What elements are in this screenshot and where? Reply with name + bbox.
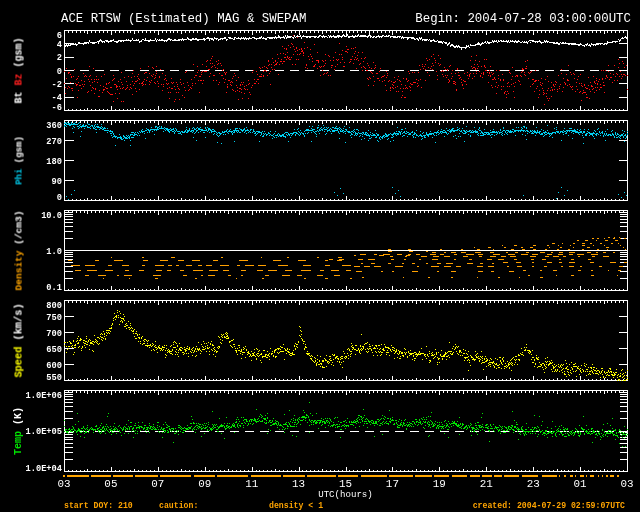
svg-text:600: 600 [46,361,62,371]
svg-text:Speed (km/s): Speed (km/s) [12,303,24,377]
svg-text:density < 1: density < 1 [269,501,323,510]
svg-text:2: 2 [57,53,62,63]
svg-text:0: 0 [57,67,62,77]
svg-text:-2: -2 [52,80,62,90]
svg-text:Density (/cm3): Density (/cm3) [13,211,24,291]
svg-text:start DOY: 210: start DOY: 210 [64,501,133,510]
svg-text:09: 09 [198,478,211,490]
svg-text:11: 11 [245,478,259,490]
svg-text:Bt Bz (gsm): Bt Bz (gsm) [13,37,24,103]
svg-text:1.0E+05: 1.0E+05 [26,427,63,437]
svg-text:180: 180 [46,157,62,167]
svg-text:05: 05 [104,478,117,490]
svg-text:19: 19 [433,478,446,490]
svg-text:17: 17 [386,478,399,490]
svg-text:800: 800 [46,301,62,311]
svg-text:1.0E+04: 1.0E+04 [26,464,63,474]
svg-text:270: 270 [46,137,62,147]
svg-text:10.0: 10.0 [41,211,62,221]
svg-text:360: 360 [46,121,62,131]
svg-text:Temp (K): Temp (K) [13,407,24,455]
svg-text:21: 21 [480,478,494,490]
svg-text:550: 550 [46,373,62,383]
svg-text:Begin: 2004-07-28 03:00:00UTC: Begin: 2004-07-28 03:00:00UTC [415,12,631,26]
svg-text:700: 700 [46,329,62,339]
svg-text:750: 750 [46,313,62,323]
svg-text:90: 90 [52,177,62,187]
svg-text:1.0E+06: 1.0E+06 [26,391,63,401]
svg-text:13: 13 [292,478,305,490]
svg-text:650: 650 [46,345,62,355]
svg-text:ACE RTSW (Estimated) MAG & SWE: ACE RTSW (Estimated) MAG & SWEPAM [61,12,306,26]
svg-text:created: 2004-07-29 02:59:07U: created: 2004-07-29 02:59:07UTC [473,501,625,510]
svg-text:23: 23 [527,478,540,490]
svg-text:01: 01 [574,478,588,490]
svg-text:1.0: 1.0 [46,247,62,257]
svg-text:03: 03 [57,478,70,490]
svg-text:caution:: caution: [159,501,198,510]
svg-text:Phi (gsm): Phi (gsm) [14,136,24,185]
svg-text:0.1: 0.1 [46,283,62,293]
svg-text:-6: -6 [52,103,62,113]
svg-text:07: 07 [151,478,164,490]
svg-text:UTC(hours): UTC(hours) [318,489,373,500]
svg-text:03: 03 [620,478,633,490]
svg-text:4: 4 [57,40,62,50]
svg-text:0: 0 [57,193,62,203]
